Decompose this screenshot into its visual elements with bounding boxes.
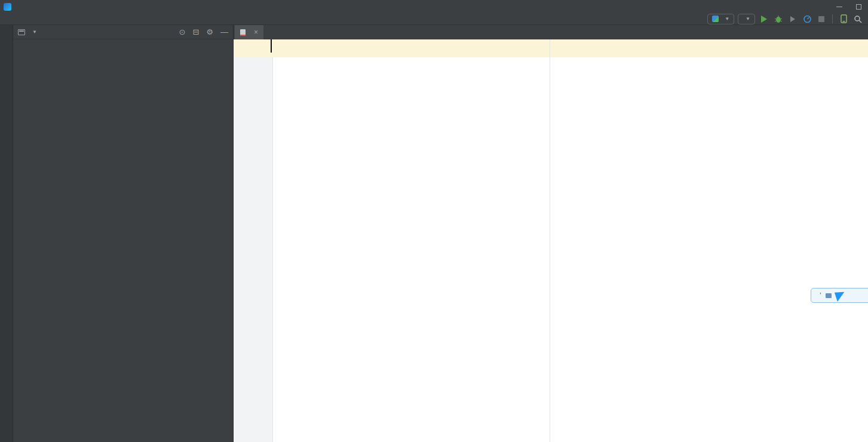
- bug-icon: [774, 15, 783, 23]
- coverage-icon: [789, 15, 797, 23]
- device-select[interactable]: ▼: [738, 14, 755, 24]
- collapse-all-icon[interactable]: ⊟: [192, 27, 199, 36]
- editor-tab-bar: ×: [234, 25, 868, 39]
- run-configuration-select[interactable]: ▼: [707, 14, 734, 24]
- title-bar: [0, 0, 868, 13]
- minimize-icon: [836, 7, 842, 7]
- device-manager-button[interactable]: [838, 14, 849, 24]
- chevron-down-icon: ▼: [725, 16, 729, 22]
- search-everywhere-button[interactable]: [852, 14, 863, 24]
- minimize-button[interactable]: [830, 0, 849, 13]
- navigation-toolbar: ▼ ▼: [0, 13, 868, 25]
- main-area: ▼ ⊙ ⊟ ⚙ — ×: [0, 25, 868, 442]
- debug-button[interactable]: [773, 14, 784, 24]
- hide-panel-icon[interactable]: —: [220, 27, 228, 36]
- tab-index-ets[interactable]: ×: [235, 25, 263, 39]
- ets-file-icon: [240, 29, 246, 36]
- stop-button[interactable]: [816, 14, 827, 24]
- settings-gear-icon[interactable]: ⚙: [206, 27, 213, 36]
- right-margin-guide: [550, 39, 550, 442]
- project-view-icon: [18, 29, 25, 35]
- stop-icon: [818, 16, 824, 22]
- close-icon[interactable]: ×: [254, 28, 258, 36]
- project-tree: [13, 39, 233, 442]
- code-editor[interactable]: [234, 39, 868, 442]
- run-button[interactable]: [759, 14, 769, 24]
- project-header-actions: ⊙ ⊟ ⚙ —: [179, 27, 228, 36]
- project-panel-header: ▼ ⊙ ⊟ ⚙ —: [13, 25, 233, 39]
- run-toolbar: ▼ ▼: [707, 14, 863, 24]
- ime-toolbar: ’: [811, 288, 868, 303]
- current-line-highlight: [234, 39, 868, 57]
- profiler-button[interactable]: [802, 14, 812, 24]
- play-icon: [761, 16, 767, 23]
- chevron-down-icon: ▼: [746, 16, 750, 22]
- maximize-button[interactable]: [849, 0, 868, 13]
- window-controls: [830, 0, 868, 13]
- editor-gutter-background: [234, 39, 273, 442]
- phone-icon: [841, 14, 847, 23]
- chevron-down-icon[interactable]: ▼: [32, 29, 37, 35]
- ide-window: { "titlebar": { "title": "MyApplication …: [0, 0, 868, 442]
- tool-window-stripe: [0, 25, 13, 442]
- ime-toolbox-icon[interactable]: [826, 293, 832, 298]
- run-config-icon: [712, 16, 719, 22]
- editor-area: ×: [234, 25, 868, 442]
- locate-file-icon[interactable]: ⊙: [179, 27, 186, 36]
- profiler-gauge-icon: [803, 14, 812, 23]
- project-panel: ▼ ⊙ ⊟ ⚙ —: [13, 25, 234, 442]
- ime-punctuation-icon[interactable]: ’: [820, 291, 821, 300]
- app-logo-icon: [4, 3, 11, 11]
- maximize-icon: [856, 4, 861, 10]
- ime-logo-icon[interactable]: [835, 289, 846, 301]
- coverage-button[interactable]: [787, 14, 798, 24]
- text-cursor: [271, 39, 272, 53]
- search-icon: [854, 15, 862, 23]
- toolbar-divider: [832, 14, 833, 23]
